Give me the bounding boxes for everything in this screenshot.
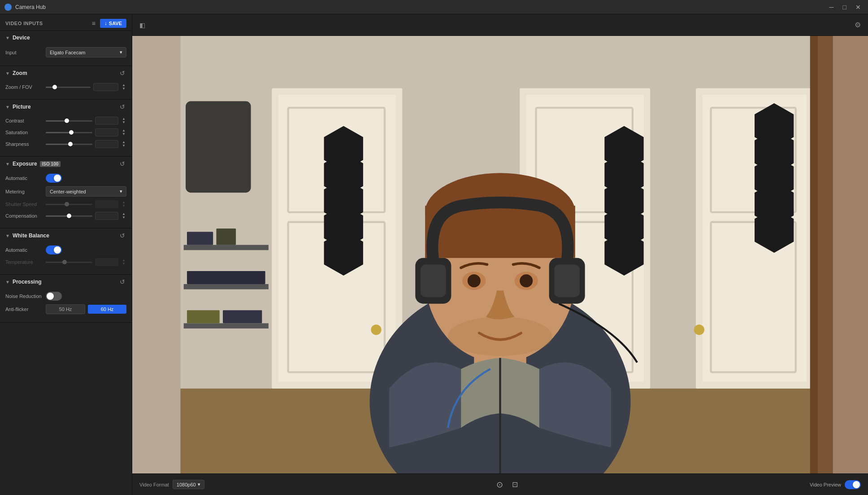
saturation-value[interactable]: 55 % bbox=[95, 128, 118, 136]
processing-section-header[interactable]: ▼ Processing ↺ bbox=[0, 275, 132, 289]
video-format-select[interactable]: 1080p60 ▾ bbox=[173, 480, 204, 489]
sharpness-slider[interactable] bbox=[46, 144, 92, 145]
hz60-button[interactable]: 60 Hz bbox=[88, 305, 126, 314]
contrast-slider-wrapper: 30 % ▲ ▼ bbox=[46, 117, 126, 125]
title-bar: Camera Hub ─ □ ✕ bbox=[0, 0, 868, 14]
exposure-automatic-row: Automatic bbox=[5, 174, 126, 183]
device-section-body: Input Elgato Facecam ▾ bbox=[0, 44, 132, 66]
shutter-speed-value: 1/64 s bbox=[95, 200, 118, 208]
svg-rect-61 bbox=[554, 264, 580, 297]
menu-icon[interactable]: ≡ bbox=[90, 19, 97, 28]
settings-button[interactable]: ⚙ bbox=[853, 19, 863, 31]
contrast-slider[interactable] bbox=[46, 120, 92, 122]
save-icon: ↓ bbox=[104, 20, 107, 26]
sharpness-down-spinner[interactable]: ▼ bbox=[121, 144, 126, 148]
anti-flicker-control: 50 Hz 60 Hz bbox=[46, 304, 126, 314]
exposure-automatic-toggle[interactable] bbox=[46, 174, 62, 183]
fov-value[interactable]: 83.2 ° bbox=[93, 83, 118, 91]
screenshot-button[interactable]: ⊙ bbox=[495, 479, 505, 491]
sharpness-label: Sharpness bbox=[5, 141, 46, 147]
input-label: Input bbox=[5, 50, 46, 55]
saturation-down-spinner[interactable]: ▼ bbox=[121, 132, 126, 136]
input-value: Elgato Facecam bbox=[50, 50, 85, 55]
anti-flicker-label: Anti-flicker bbox=[5, 307, 46, 312]
zoom-section-body: Zoom / FOV 83.2 ° ▲ ▼ bbox=[0, 80, 132, 99]
compensation-slider-wrapper: 0.0 ▲ ▼ bbox=[46, 212, 126, 220]
processing-title-row: ▼ Processing bbox=[5, 279, 42, 285]
content-toolbar: ◧ ⚙ bbox=[132, 14, 868, 36]
picture-chevron: ▼ bbox=[5, 105, 10, 110]
contrast-slider-thumb[interactable] bbox=[65, 118, 69, 123]
shutter-speed-row: Shutter Speed 1/64 s ▲ ▼ bbox=[5, 200, 126, 208]
white-balance-section-header[interactable]: ▼ White Balance ↺ bbox=[0, 228, 132, 243]
wb-automatic-toggle-thumb bbox=[54, 246, 61, 254]
exposure-reset-button[interactable]: ↺ bbox=[118, 160, 126, 167]
saturation-slider[interactable] bbox=[46, 132, 92, 133]
contrast-label: Contrast bbox=[5, 118, 46, 123]
picture-section-title: Picture bbox=[13, 104, 31, 110]
fov-slider-wrapper: 83.2 ° ▲ ▼ bbox=[46, 83, 126, 91]
device-section-header[interactable]: ▼ Device bbox=[0, 31, 132, 44]
saturation-slider-thumb[interactable] bbox=[69, 130, 74, 135]
temperature-down-spinner: ▼ bbox=[121, 262, 126, 266]
compensation-slider-thumb[interactable] bbox=[67, 214, 71, 218]
fov-down-spinner[interactable]: ▼ bbox=[121, 87, 126, 91]
save-button[interactable]: ↓ SAVE bbox=[100, 19, 126, 28]
video-preview-scene bbox=[132, 36, 868, 473]
sharpness-slider-thumb[interactable] bbox=[68, 142, 73, 146]
white-balance-reset-button[interactable]: ↺ bbox=[118, 232, 126, 239]
fov-slider[interactable] bbox=[46, 87, 91, 88]
picture-reset-button[interactable]: ↺ bbox=[118, 103, 126, 110]
shutter-speed-spinners: ▲ ▼ bbox=[121, 201, 126, 208]
sharpness-row: Sharpness +2 ▲ ▼ bbox=[5, 140, 126, 148]
compensation-value[interactable]: 0.0 bbox=[95, 212, 118, 220]
fov-row: Zoom / FOV 83.2 ° ▲ ▼ bbox=[5, 83, 126, 91]
collapse-sidebar-button[interactable]: ◧ bbox=[138, 20, 147, 31]
maximize-button[interactable]: □ bbox=[840, 4, 849, 10]
saturation-slider-wrapper: 55 % ▲ ▼ bbox=[46, 128, 126, 136]
video-preview-toggle[interactable] bbox=[845, 480, 861, 489]
contrast-value[interactable]: 30 % bbox=[95, 117, 118, 125]
close-button[interactable]: ✕ bbox=[853, 4, 864, 10]
svg-rect-40 bbox=[187, 310, 220, 323]
exposure-section-body: Automatic Metering Center-weighted ▾ bbox=[0, 171, 132, 228]
fov-label: Zoom / FOV bbox=[5, 84, 46, 90]
temperature-slider bbox=[46, 262, 92, 263]
metering-label: Metering bbox=[5, 189, 46, 194]
minimize-button[interactable]: ─ bbox=[827, 4, 837, 10]
metering-value: Center-weighted bbox=[50, 189, 86, 194]
shutter-down-spinner: ▼ bbox=[121, 204, 126, 208]
temperature-row: Temperature 5000 K ▲ ▼ bbox=[5, 258, 126, 266]
compensation-slider[interactable] bbox=[46, 215, 92, 217]
metering-dropdown[interactable]: Center-weighted ▾ bbox=[46, 186, 126, 197]
metering-row: Metering Center-weighted ▾ bbox=[5, 186, 126, 197]
input-dropdown[interactable]: Elgato Facecam ▾ bbox=[46, 47, 126, 57]
exposure-section-header[interactable]: ▼ Exposure ISO 100 ↺ bbox=[0, 157, 132, 171]
hz50-button[interactable]: 50 Hz bbox=[46, 304, 85, 314]
app-icon bbox=[4, 4, 12, 11]
device-section: ▼ Device Input Elgato Facecam ▾ bbox=[0, 31, 132, 66]
contrast-row: Contrast 30 % ▲ ▼ bbox=[5, 117, 126, 125]
fov-slider-thumb[interactable] bbox=[52, 85, 57, 89]
zoom-reset-button[interactable]: ↺ bbox=[118, 70, 126, 77]
wb-automatic-toggle[interactable] bbox=[46, 245, 62, 254]
svg-point-55 bbox=[468, 274, 481, 287]
shutter-speed-slider bbox=[46, 204, 92, 205]
crop-button[interactable]: ⊡ bbox=[510, 479, 520, 490]
exposure-automatic-label: Automatic bbox=[5, 175, 46, 181]
processing-reset-button[interactable]: ↺ bbox=[118, 278, 126, 285]
video-preview-label: Video Preview bbox=[810, 482, 841, 487]
picture-title-row: ▼ Picture bbox=[5, 104, 31, 110]
video-format-dropdown-icon: ▾ bbox=[198, 482, 200, 487]
temperature-label: Temperature bbox=[5, 259, 46, 265]
sharpness-value[interactable]: +2 bbox=[95, 140, 118, 148]
noise-reduction-toggle[interactable] bbox=[46, 292, 62, 301]
svg-rect-38 bbox=[216, 228, 236, 245]
shutter-speed-slider-wrapper: 1/64 s ▲ ▼ bbox=[46, 200, 126, 208]
compensation-down-spinner[interactable]: ▼ bbox=[121, 216, 126, 219]
metering-dropdown-arrow-icon: ▾ bbox=[120, 188, 122, 194]
contrast-down-spinner[interactable]: ▼ bbox=[121, 121, 126, 124]
picture-section-header[interactable]: ▼ Picture ↺ bbox=[0, 100, 132, 114]
main-container: VIDEO INPUTS ≡ ↓ SAVE ▼ Device Input bbox=[0, 14, 868, 495]
zoom-section-header[interactable]: ▼ Zoom ↺ bbox=[0, 66, 132, 80]
